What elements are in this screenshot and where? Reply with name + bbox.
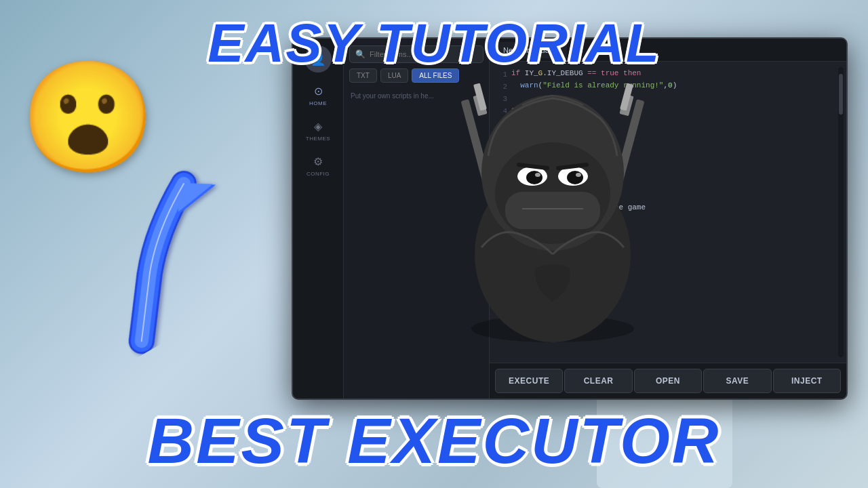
title-bottom: BEST EXECUTOR	[0, 404, 868, 478]
sidebar-item-home[interactable]: ⊙ HOME	[309, 83, 327, 106]
svg-point-16	[535, 173, 540, 177]
svg-rect-20	[505, 192, 600, 229]
home-icon: ⊙	[311, 83, 326, 98]
execute-button[interactable]: EXECUTE	[495, 369, 563, 393]
action-bar: EXECUTE CLEAR OPEN SAVE INJECT	[490, 363, 846, 399]
ninja-mascot	[437, 44, 668, 349]
shocked-emoji: 😮	[20, 54, 156, 182]
themes-icon: ◈	[311, 119, 326, 134]
sidebar-item-themes[interactable]: ◈ THEMES	[306, 119, 330, 142]
code-scrollbar[interactable]	[838, 67, 844, 357]
sidebar-home-label: HOME	[309, 100, 327, 106]
sidebar-themes-label: THEMES	[306, 136, 330, 142]
sidebar-config-label: CONFIG	[307, 171, 330, 177]
svg-point-14	[526, 171, 542, 184]
sidebar-item-config[interactable]: ⚙ CONFIG	[307, 154, 330, 177]
svg-point-15	[567, 171, 583, 184]
sidebar: 👤 ⊙ HOME ◈ THEMES ⚙ CONFIG	[293, 39, 344, 399]
inject-button[interactable]: INJECT	[773, 369, 841, 393]
clear-button[interactable]: CLEAR	[564, 369, 632, 393]
save-button[interactable]: SAVE	[703, 369, 771, 393]
scrollbar-thumb	[839, 74, 843, 115]
svg-point-17	[576, 173, 581, 177]
open-button[interactable]: OPEN	[634, 369, 702, 393]
config-icon: ⚙	[311, 154, 326, 169]
ninja-svg	[437, 44, 668, 349]
